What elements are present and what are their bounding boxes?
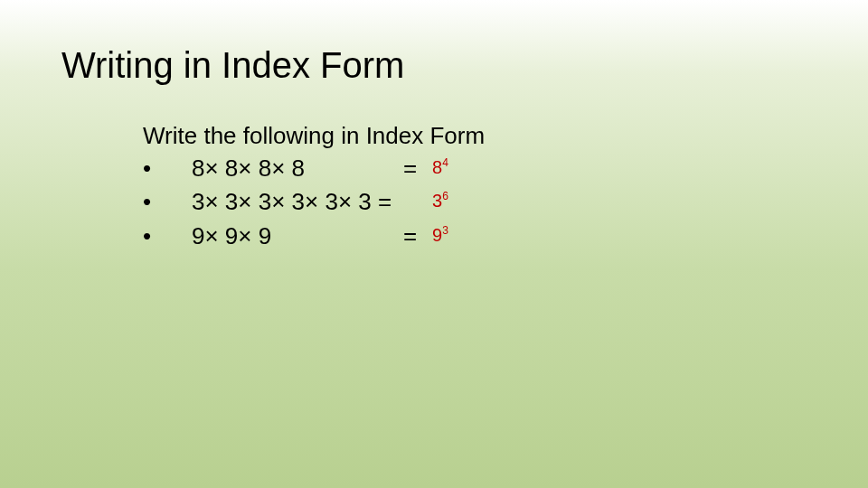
answer-text: 84	[432, 156, 448, 178]
expression-text: 8× 8× 8× 8	[192, 155, 305, 183]
list-item: • 8× 8× 8× 8 = 84	[143, 155, 685, 185]
list-item: • 3× 3× 3× 3× 3× 3 = 36	[143, 188, 685, 219]
bullet-icon: •	[143, 188, 151, 216]
expression-text: 9× 9× 9	[192, 222, 271, 250]
answer-text: 93	[432, 224, 448, 246]
bullet-icon: •	[143, 155, 151, 183]
bullet-icon: •	[143, 222, 151, 250]
equals-sign: =	[403, 155, 417, 183]
slide-title: Writing in Index Form	[61, 45, 404, 86]
slide-subheading: Write the following in Index Form	[143, 122, 485, 150]
answer-text: 36	[432, 190, 448, 211]
equals-sign: =	[403, 222, 417, 250]
list-item: • 9× 9× 9 = 93	[143, 222, 685, 253]
expression-text: 3× 3× 3× 3× 3× 3 =	[192, 188, 392, 216]
